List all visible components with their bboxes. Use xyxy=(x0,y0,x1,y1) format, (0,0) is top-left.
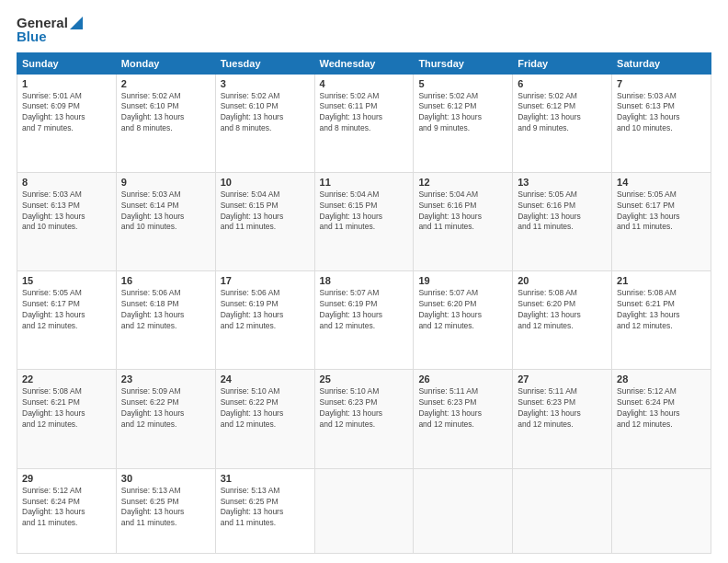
day-info: Sunrise: 5:11 AM Sunset: 6:23 PM Dayligh… xyxy=(418,386,507,431)
calendar-weekday-header: Thursday xyxy=(414,52,513,74)
day-info: Sunrise: 5:08 AM Sunset: 6:21 PM Dayligh… xyxy=(617,288,706,332)
calendar-weekday-header: Tuesday xyxy=(215,52,314,74)
calendar-cell: 17 Sunrise: 5:06 AM Sunset: 6:19 PM Dayl… xyxy=(215,271,314,370)
logo-triangle xyxy=(70,17,83,29)
calendar-cell: 20 Sunrise: 5:08 AM Sunset: 6:20 PM Dayl… xyxy=(513,271,612,370)
day-info: Sunrise: 5:09 AM Sunset: 6:22 PM Dayligh… xyxy=(121,386,210,431)
day-number: 11 xyxy=(320,177,409,188)
calendar-cell: 5 Sunrise: 5:02 AM Sunset: 6:12 PM Dayli… xyxy=(414,74,513,172)
calendar-body: 1 Sunrise: 5:01 AM Sunset: 6:09 PM Dayli… xyxy=(17,74,711,554)
header: General Blue xyxy=(17,15,711,45)
day-number: 19 xyxy=(418,275,507,286)
calendar-cell: 18 Sunrise: 5:07 AM Sunset: 6:19 PM Dayl… xyxy=(314,271,414,370)
day-info: Sunrise: 5:06 AM Sunset: 6:18 PM Dayligh… xyxy=(121,288,210,332)
day-number: 14 xyxy=(617,177,706,188)
day-number: 9 xyxy=(121,177,210,188)
day-info: Sunrise: 5:02 AM Sunset: 6:12 PM Dayligh… xyxy=(418,91,507,135)
calendar-week-row: 8 Sunrise: 5:03 AM Sunset: 6:13 PM Dayli… xyxy=(17,172,711,270)
calendar-cell xyxy=(513,468,612,553)
calendar-cell: 28 Sunrise: 5:12 AM Sunset: 6:24 PM Dayl… xyxy=(612,370,711,468)
day-number: 7 xyxy=(617,78,706,89)
calendar-cell: 4 Sunrise: 5:02 AM Sunset: 6:11 PM Dayli… xyxy=(314,74,414,172)
calendar-cell: 21 Sunrise: 5:08 AM Sunset: 6:21 PM Dayl… xyxy=(612,271,711,370)
day-info: Sunrise: 5:08 AM Sunset: 6:21 PM Dayligh… xyxy=(22,386,111,431)
calendar-cell: 26 Sunrise: 5:11 AM Sunset: 6:23 PM Dayl… xyxy=(414,370,513,468)
day-info: Sunrise: 5:10 AM Sunset: 6:22 PM Dayligh… xyxy=(221,386,310,431)
calendar-cell xyxy=(314,468,414,553)
day-number: 5 xyxy=(418,78,507,89)
day-number: 23 xyxy=(121,373,210,385)
day-number: 13 xyxy=(518,177,607,188)
day-number: 20 xyxy=(518,275,607,286)
day-info: Sunrise: 5:04 AM Sunset: 6:15 PM Dayligh… xyxy=(320,190,409,234)
day-info: Sunrise: 5:13 AM Sunset: 6:25 PM Dayligh… xyxy=(121,486,210,530)
day-number: 17 xyxy=(221,275,310,286)
logo-blue: Blue xyxy=(17,29,47,44)
day-info: Sunrise: 5:05 AM Sunset: 6:16 PM Dayligh… xyxy=(518,190,607,234)
calendar-cell: 7 Sunrise: 5:03 AM Sunset: 6:13 PM Dayli… xyxy=(612,74,711,172)
calendar-cell: 10 Sunrise: 5:04 AM Sunset: 6:15 PM Dayl… xyxy=(215,172,314,270)
day-info: Sunrise: 5:02 AM Sunset: 6:11 PM Dayligh… xyxy=(320,91,409,135)
calendar-cell: 31 Sunrise: 5:13 AM Sunset: 6:25 PM Dayl… xyxy=(215,468,314,553)
calendar-cell: 13 Sunrise: 5:05 AM Sunset: 6:16 PM Dayl… xyxy=(513,172,612,270)
day-number: 1 xyxy=(22,78,111,89)
day-info: Sunrise: 5:01 AM Sunset: 6:09 PM Dayligh… xyxy=(22,91,111,135)
day-number: 22 xyxy=(22,373,111,385)
day-info: Sunrise: 5:12 AM Sunset: 6:24 PM Dayligh… xyxy=(617,386,706,431)
day-info: Sunrise: 5:04 AM Sunset: 6:15 PM Dayligh… xyxy=(221,190,310,234)
day-number: 12 xyxy=(418,177,507,188)
day-info: Sunrise: 5:10 AM Sunset: 6:23 PM Dayligh… xyxy=(320,386,409,431)
day-info: Sunrise: 5:13 AM Sunset: 6:25 PM Dayligh… xyxy=(221,486,310,530)
day-info: Sunrise: 5:07 AM Sunset: 6:19 PM Dayligh… xyxy=(320,288,409,332)
calendar-cell: 30 Sunrise: 5:13 AM Sunset: 6:25 PM Dayl… xyxy=(116,468,215,553)
calendar-cell: 27 Sunrise: 5:11 AM Sunset: 6:23 PM Dayl… xyxy=(513,370,612,468)
day-number: 29 xyxy=(22,473,111,484)
day-info: Sunrise: 5:05 AM Sunset: 6:17 PM Dayligh… xyxy=(22,288,111,332)
day-info: Sunrise: 5:05 AM Sunset: 6:17 PM Dayligh… xyxy=(617,190,706,234)
day-info: Sunrise: 5:08 AM Sunset: 6:20 PM Dayligh… xyxy=(518,288,607,332)
calendar-cell xyxy=(612,468,711,553)
calendar-cell: 23 Sunrise: 5:09 AM Sunset: 6:22 PM Dayl… xyxy=(116,370,215,468)
calendar-cell: 24 Sunrise: 5:10 AM Sunset: 6:22 PM Dayl… xyxy=(215,370,314,468)
calendar-week-row: 22 Sunrise: 5:08 AM Sunset: 6:21 PM Dayl… xyxy=(17,370,711,468)
logo: General Blue xyxy=(17,15,83,45)
page: General Blue SundayMondayTuesdayWednesda… xyxy=(0,0,728,563)
day-info: Sunrise: 5:03 AM Sunset: 6:13 PM Dayligh… xyxy=(617,91,706,135)
calendar-cell: 6 Sunrise: 5:02 AM Sunset: 6:12 PM Dayli… xyxy=(513,74,612,172)
day-info: Sunrise: 5:04 AM Sunset: 6:16 PM Dayligh… xyxy=(418,190,507,234)
calendar-weekday-header: Saturday xyxy=(612,52,711,74)
calendar-cell: 11 Sunrise: 5:04 AM Sunset: 6:15 PM Dayl… xyxy=(314,172,414,270)
day-number: 21 xyxy=(617,275,706,286)
calendar-cell: 16 Sunrise: 5:06 AM Sunset: 6:18 PM Dayl… xyxy=(116,271,215,370)
calendar-week-row: 1 Sunrise: 5:01 AM Sunset: 6:09 PM Dayli… xyxy=(17,74,711,172)
day-info: Sunrise: 5:02 AM Sunset: 6:10 PM Dayligh… xyxy=(221,91,310,135)
calendar-header-row: SundayMondayTuesdayWednesdayThursdayFrid… xyxy=(17,52,711,74)
day-number: 27 xyxy=(518,373,607,385)
day-info: Sunrise: 5:02 AM Sunset: 6:10 PM Dayligh… xyxy=(121,91,210,135)
calendar-weekday-header: Friday xyxy=(513,52,612,74)
day-info: Sunrise: 5:02 AM Sunset: 6:12 PM Dayligh… xyxy=(518,91,607,135)
day-number: 28 xyxy=(617,373,706,385)
calendar-cell: 29 Sunrise: 5:12 AM Sunset: 6:24 PM Dayl… xyxy=(17,468,117,553)
calendar-weekday-header: Wednesday xyxy=(314,52,414,74)
day-number: 18 xyxy=(320,275,409,286)
day-number: 25 xyxy=(320,373,409,385)
calendar-cell: 19 Sunrise: 5:07 AM Sunset: 6:20 PM Dayl… xyxy=(414,271,513,370)
day-number: 24 xyxy=(221,373,310,385)
calendar-cell: 3 Sunrise: 5:02 AM Sunset: 6:10 PM Dayli… xyxy=(215,74,314,172)
calendar-cell: 14 Sunrise: 5:05 AM Sunset: 6:17 PM Dayl… xyxy=(612,172,711,270)
day-number: 2 xyxy=(121,78,210,89)
day-number: 8 xyxy=(22,177,111,188)
calendar-week-row: 15 Sunrise: 5:05 AM Sunset: 6:17 PM Dayl… xyxy=(17,271,711,370)
calendar-cell xyxy=(414,468,513,553)
calendar-cell: 1 Sunrise: 5:01 AM Sunset: 6:09 PM Dayli… xyxy=(17,74,117,172)
calendar-cell: 8 Sunrise: 5:03 AM Sunset: 6:13 PM Dayli… xyxy=(17,172,117,270)
calendar: SundayMondayTuesdayWednesdayThursdayFrid… xyxy=(17,52,711,555)
calendar-cell: 12 Sunrise: 5:04 AM Sunset: 6:16 PM Dayl… xyxy=(414,172,513,270)
day-number: 4 xyxy=(320,78,409,89)
calendar-cell: 9 Sunrise: 5:03 AM Sunset: 6:14 PM Dayli… xyxy=(116,172,215,270)
day-info: Sunrise: 5:06 AM Sunset: 6:19 PM Dayligh… xyxy=(221,288,310,332)
day-number: 3 xyxy=(221,78,310,89)
day-info: Sunrise: 5:11 AM Sunset: 6:23 PM Dayligh… xyxy=(518,386,607,431)
calendar-weekday-header: Monday xyxy=(116,52,215,74)
